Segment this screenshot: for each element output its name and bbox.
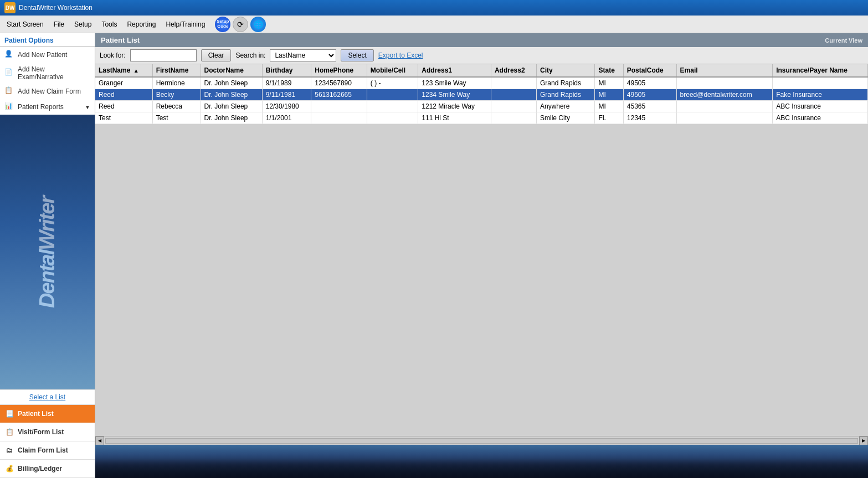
menu-bar: Start Screen File Setup Tools Reporting … bbox=[0, 16, 868, 33]
claim-icon: 📋 bbox=[4, 86, 14, 96]
col-insurance[interactable]: Insurance/Payer Name bbox=[773, 64, 868, 77]
cell-mobileCell bbox=[367, 89, 418, 101]
patient-list-title: Patient List bbox=[101, 36, 140, 44]
cell-doctorName: Dr. John Sleep bbox=[201, 112, 262, 124]
cell-lastName: Reed bbox=[95, 101, 152, 112]
cell-address1: 1234 Smile Way bbox=[418, 89, 491, 101]
cell-mobileCell: ( ) - bbox=[367, 77, 418, 89]
cell-firstName: Becky bbox=[152, 89, 201, 101]
add-new-claim-button[interactable]: 📋 Add New Claim Form bbox=[0, 84, 95, 99]
cell-address2 bbox=[491, 89, 536, 101]
cell-firstName: Rebecca bbox=[152, 101, 201, 112]
globe-icon[interactable]: 🌐 bbox=[250, 17, 266, 32]
cell-address1: 1212 Miracle Way bbox=[418, 101, 491, 112]
add-new-exam-button[interactable]: 📄 Add New Exam/Narrative bbox=[0, 63, 95, 84]
visit-form-icon: 📋 bbox=[4, 427, 14, 437]
cell-doctorName: Dr. John Sleep bbox=[201, 89, 262, 101]
table-row[interactable]: ReedBeckyDr. John Sleep9/11/198156131626… bbox=[95, 89, 868, 101]
add-new-patient-button[interactable]: 👤 Add New Patient bbox=[0, 47, 95, 63]
col-city[interactable]: City bbox=[536, 64, 594, 77]
patient-list-icon: 📃 bbox=[4, 409, 14, 419]
horizontal-scrollbar[interactable]: ◀ ▶ bbox=[95, 436, 868, 445]
sync-icon[interactable]: ⟳ bbox=[233, 17, 248, 32]
patient-list-item[interactable]: 📃 Patient List bbox=[0, 405, 95, 423]
exam-icon: 📄 bbox=[4, 68, 14, 78]
table-row[interactable]: ReedRebeccaDr. John Sleep12/30/19801212 … bbox=[95, 101, 868, 112]
export-to-excel-link[interactable]: Export to Excel bbox=[378, 52, 423, 59]
patient-options-header: Patient Options bbox=[0, 33, 95, 47]
cell-postalCode: 49505 bbox=[623, 77, 676, 89]
menu-start-screen[interactable]: Start Screen bbox=[2, 18, 48, 30]
select-a-list-link[interactable]: Select a List bbox=[0, 389, 95, 405]
billing-icon: 💰 bbox=[4, 464, 14, 474]
cell-insurancePayer: Fake Insurance bbox=[773, 89, 868, 101]
app-logo: DW bbox=[4, 2, 16, 13]
visit-form-list-item[interactable]: 📋 Visit/Form List bbox=[0, 423, 95, 441]
title-bar: DW DentalWriter Workstation bbox=[0, 0, 868, 16]
cell-email bbox=[676, 101, 773, 112]
clear-button[interactable]: Clear bbox=[201, 49, 232, 61]
menu-setup[interactable]: Setup bbox=[70, 18, 96, 30]
col-postalcode[interactable]: PostalCode bbox=[623, 64, 676, 77]
landscape-photo-strip bbox=[95, 445, 868, 478]
cell-insurancePayer bbox=[773, 77, 868, 89]
current-view-label: Current View bbox=[825, 37, 862, 44]
select-button[interactable]: Select bbox=[341, 49, 373, 61]
cell-homePhone bbox=[311, 112, 367, 124]
cell-birthday: 9/1/1989 bbox=[262, 77, 311, 89]
look-for-input[interactable] bbox=[130, 49, 197, 61]
sidebar: Patient Options 👤 Add New Patient 📄 Add … bbox=[0, 33, 95, 478]
cell-mobileCell bbox=[367, 101, 418, 112]
cell-city: Anywhere bbox=[536, 101, 594, 112]
col-address2[interactable]: Address2 bbox=[491, 64, 536, 77]
reports-dropdown-icon: ▼ bbox=[85, 104, 90, 110]
cell-address2 bbox=[491, 112, 536, 124]
claim-form-list-item[interactable]: 🗂 Claim Form List bbox=[0, 441, 95, 460]
patient-table: LastName ▲ FirstName DoctorName Birthday… bbox=[95, 64, 868, 124]
look-for-label: Look for: bbox=[100, 52, 126, 59]
menu-tools[interactable]: Tools bbox=[97, 18, 121, 30]
patient-table-wrapper[interactable]: LastName ▲ FirstName DoctorName Birthday… bbox=[95, 64, 868, 436]
scroll-left-btn[interactable]: ◀ bbox=[95, 436, 104, 445]
col-firstname[interactable]: FirstName bbox=[152, 64, 201, 77]
cell-firstName: Test bbox=[152, 112, 201, 124]
billing-ledger-item[interactable]: 💰 Billing/Ledger bbox=[0, 460, 95, 478]
cell-state: MI bbox=[595, 101, 623, 112]
col-email[interactable]: Email bbox=[676, 64, 773, 77]
person-add-icon: 👤 bbox=[4, 50, 14, 60]
cell-state: MI bbox=[595, 77, 623, 89]
col-state[interactable]: State bbox=[595, 64, 623, 77]
cell-postalCode: 12345 bbox=[623, 112, 676, 124]
search-in-select[interactable]: LastName FirstName Birthday HomePhone bbox=[270, 49, 336, 61]
scroll-right-btn[interactable]: ▶ bbox=[859, 436, 868, 445]
table-row[interactable]: GrangerHermioneDr. John Sleep9/1/1989123… bbox=[95, 77, 868, 89]
setup-code-icon[interactable]: SetupCode bbox=[215, 17, 230, 32]
patient-list-panel: Patient List Current View Look for: Clea… bbox=[95, 33, 868, 445]
reports-icon: 📊 bbox=[4, 102, 14, 112]
patient-reports-button[interactable]: 📊 Patient Reports ▼ bbox=[0, 99, 95, 115]
cell-email: breed@dentalwriter.com bbox=[676, 89, 773, 101]
menu-file[interactable]: File bbox=[49, 18, 69, 30]
table-row[interactable]: TestTestDr. John Sleep1/1/2001111 Hi StS… bbox=[95, 112, 868, 124]
col-address1[interactable]: Address1 bbox=[418, 64, 491, 77]
col-birthday[interactable]: Birthday bbox=[262, 64, 311, 77]
dentalwriter-logo-text: DentalWriter bbox=[35, 196, 59, 307]
col-doctorname[interactable]: DoctorName bbox=[201, 64, 262, 77]
menu-reporting[interactable]: Reporting bbox=[122, 18, 160, 30]
claim-form-icon: 🗂 bbox=[4, 445, 14, 455]
cell-address2 bbox=[491, 77, 536, 89]
search-in-label: Search in: bbox=[235, 52, 265, 59]
cell-homePhone: 1234567890 bbox=[311, 77, 367, 89]
col-mobilecell[interactable]: Mobile/Cell bbox=[367, 64, 418, 77]
col-lastname[interactable]: LastName ▲ bbox=[95, 64, 152, 77]
cell-doctorName: Dr. John Sleep bbox=[201, 101, 262, 112]
cell-state: FL bbox=[595, 112, 623, 124]
cell-lastName: Test bbox=[95, 112, 152, 124]
menu-help-training[interactable]: Help/Training bbox=[161, 18, 209, 30]
scroll-track[interactable] bbox=[105, 438, 858, 444]
cell-birthday: 9/11/1981 bbox=[262, 89, 311, 101]
cell-lastName: Reed bbox=[95, 89, 152, 101]
cell-birthday: 1/1/2001 bbox=[262, 112, 311, 124]
col-homephone[interactable]: HomePhone bbox=[311, 64, 367, 77]
cell-insurancePayer: ABC Insurance bbox=[773, 101, 868, 112]
